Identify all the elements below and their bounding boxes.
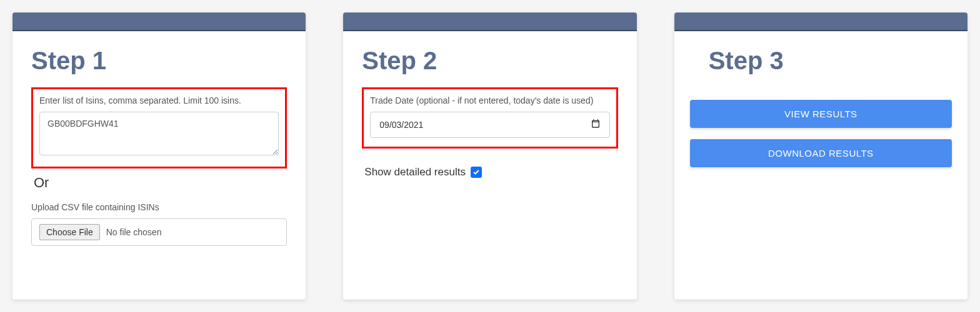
step-1-title: Step 1 — [31, 47, 287, 75]
calendar-icon — [591, 119, 601, 131]
trade-date-label: Trade Date (optional - if not entered, t… — [370, 95, 609, 105]
detailed-results-row: Show detailed results — [364, 166, 618, 178]
trade-date-value: 09/03/2021 — [379, 120, 423, 130]
checkmark-icon — [472, 168, 480, 176]
or-separator: Or — [34, 175, 284, 191]
file-status-text: No file chosen — [106, 227, 162, 237]
choose-file-button[interactable]: Choose File — [39, 224, 100, 240]
view-results-button[interactable]: VIEW RESULTS — [690, 100, 952, 128]
step-2-card: Step 2 Trade Date (optional - if not ent… — [343, 12, 636, 300]
isin-input-label: Enter list of Isins, comma separated. Li… — [39, 95, 279, 105]
trade-date-input[interactable]: 09/03/2021 — [370, 112, 609, 138]
step-2-title: Step 2 — [362, 47, 618, 75]
download-results-button[interactable]: DOWNLOAD RESULTS — [690, 139, 952, 167]
isin-highlight-box: Enter list of Isins, comma separated. Li… — [31, 87, 287, 168]
card-header-bar — [343, 12, 636, 31]
upload-csv-label: Upload CSV file containing ISINs — [31, 202, 287, 212]
card-header-bar — [12, 12, 306, 31]
detailed-results-checkbox[interactable] — [471, 167, 482, 178]
date-highlight-box: Trade Date (optional - if not entered, t… — [362, 87, 618, 149]
step-3-title: Step 3 — [690, 47, 952, 75]
step-1-card: Step 1 Enter list of Isins, comma separa… — [12, 12, 306, 300]
step-3-card: Step 3 VIEW RESULTS DOWNLOAD RESULTS — [674, 12, 968, 300]
file-input-wrapper[interactable]: Choose File No file chosen — [31, 218, 287, 246]
isin-textarea[interactable] — [39, 112, 279, 155]
card-header-bar — [674, 12, 968, 31]
detailed-results-label: Show detailed results — [364, 166, 466, 178]
